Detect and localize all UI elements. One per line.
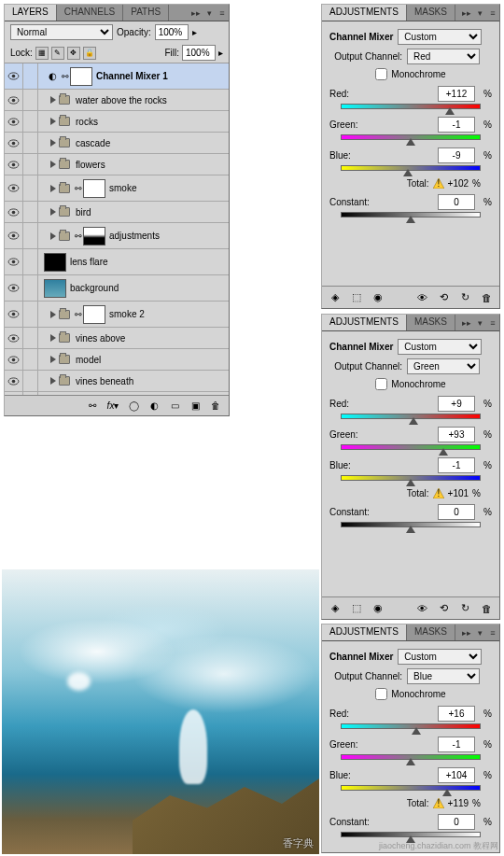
disclosure-icon[interactable] bbox=[50, 161, 56, 168]
group-icon[interactable]: ▭ bbox=[167, 399, 182, 414]
disclosure-icon[interactable] bbox=[50, 96, 56, 104]
visibility-icon[interactable] bbox=[5, 133, 23, 153]
slider-handle[interactable] bbox=[406, 138, 415, 146]
slider-track[interactable] bbox=[341, 723, 481, 731]
slider-track[interactable] bbox=[341, 785, 481, 793]
disclosure-icon[interactable] bbox=[50, 232, 56, 240]
disclosure-icon[interactable] bbox=[50, 311, 56, 318]
fill-input[interactable] bbox=[182, 45, 216, 61]
reset-icon[interactable]: ↻ bbox=[458, 601, 472, 615]
return-icon[interactable]: ◈ bbox=[328, 601, 342, 615]
disclosure-icon[interactable] bbox=[50, 334, 56, 342]
expand-icon[interactable]: ⬚ bbox=[349, 290, 363, 304]
fill-flyout-icon[interactable]: ▸ bbox=[218, 48, 223, 58]
tab-masks[interactable]: MASKS bbox=[407, 315, 455, 330]
visibility-icon[interactable] bbox=[5, 302, 23, 327]
new-layer-icon[interactable]: ▣ bbox=[188, 399, 203, 414]
collapse-icon[interactable]: ▸▸ bbox=[460, 7, 473, 20]
slider-value-input[interactable] bbox=[438, 737, 475, 752]
clip-icon[interactable]: ◉ bbox=[371, 290, 385, 304]
layer-name[interactable]: vines above bbox=[74, 333, 125, 344]
layer-name[interactable]: background bbox=[68, 283, 119, 293]
slider-track[interactable] bbox=[341, 475, 481, 483]
tab-adjustments[interactable]: ADJUSTMENTS bbox=[322, 315, 407, 330]
slider-value-input[interactable] bbox=[438, 767, 475, 783]
blend-mode-select[interactable]: Normal bbox=[10, 24, 113, 40]
menu-icon[interactable]: ≡ bbox=[216, 7, 229, 20]
tab-layers[interactable]: LAYERS bbox=[5, 5, 57, 21]
slider-value-input[interactable] bbox=[438, 86, 475, 102]
slider-value-input[interactable] bbox=[438, 706, 475, 722]
layer-row[interactable]: ⚯smoke bbox=[5, 175, 229, 202]
layer-name[interactable]: vines beneath bbox=[74, 376, 133, 386]
tab-paths[interactable]: PATHS bbox=[123, 5, 169, 21]
layer-name[interactable]: adjustments bbox=[107, 231, 160, 241]
tab-adjustments[interactable]: ADJUSTMENTS bbox=[322, 5, 407, 21]
slider-track[interactable] bbox=[341, 104, 481, 111]
slider-track[interactable] bbox=[341, 134, 481, 142]
tab-masks[interactable]: MASKS bbox=[407, 624, 455, 640]
output-channel-select[interactable]: Blue bbox=[407, 668, 480, 684]
minimize-icon[interactable]: ▾ bbox=[473, 626, 486, 639]
slider-handle[interactable] bbox=[403, 169, 413, 176]
menu-icon[interactable]: ≡ bbox=[486, 7, 499, 20]
visibility-icon[interactable] bbox=[5, 154, 23, 175]
minimize-icon[interactable]: ▾ bbox=[473, 7, 486, 20]
layer-name[interactable]: model bbox=[74, 355, 101, 365]
mask-thumb[interactable] bbox=[83, 179, 105, 198]
prev-icon[interactable]: ⟲ bbox=[437, 290, 451, 304]
slider-value-input[interactable] bbox=[438, 117, 475, 133]
monochrome-checkbox[interactable] bbox=[375, 688, 387, 700]
slider-handle[interactable] bbox=[442, 789, 452, 796]
lock-all-icon[interactable]: 🔒 bbox=[83, 47, 96, 60]
slider-value-input[interactable] bbox=[438, 504, 475, 520]
slider-track[interactable] bbox=[341, 522, 481, 529]
disclosure-icon[interactable] bbox=[50, 118, 56, 125]
menu-icon[interactable]: ≡ bbox=[486, 626, 499, 639]
collapse-icon[interactable]: ▸▸ bbox=[460, 626, 473, 639]
menu-icon[interactable]: ≡ bbox=[486, 316, 499, 330]
trash-icon[interactable]: 🗑 bbox=[480, 601, 494, 615]
slider-handle[interactable] bbox=[412, 727, 421, 735]
layer-name[interactable]: flowers bbox=[74, 160, 105, 170]
slider-track[interactable] bbox=[341, 444, 481, 452]
disclosure-icon[interactable] bbox=[50, 139, 56, 147]
layer-thumb[interactable] bbox=[44, 279, 66, 298]
link-layers-icon[interactable]: ⚯ bbox=[85, 399, 100, 414]
visibility-icon[interactable] bbox=[5, 175, 23, 201]
tab-channels[interactable]: CHANNELS bbox=[57, 5, 123, 21]
layer-row[interactable]: background bbox=[5, 275, 229, 302]
visibility-icon[interactable] bbox=[5, 202, 23, 222]
slider-handle[interactable] bbox=[406, 216, 415, 223]
visibility-icon[interactable] bbox=[5, 111, 23, 132]
slider-handle[interactable] bbox=[445, 107, 455, 115]
layer-row[interactable]: vines beneath bbox=[5, 371, 229, 392]
clip-icon[interactable]: ◉ bbox=[371, 601, 385, 615]
layer-row[interactable]: bird bbox=[5, 202, 229, 223]
preset-select[interactable]: Custom bbox=[398, 649, 482, 665]
slider-value-input[interactable] bbox=[438, 427, 475, 442]
slider-track[interactable] bbox=[341, 212, 481, 219]
layer-name[interactable]: smoke 2 bbox=[107, 309, 145, 319]
output-channel-select[interactable]: Green bbox=[407, 358, 480, 374]
disclosure-icon[interactable] bbox=[50, 377, 56, 385]
disclosure-icon[interactable] bbox=[50, 208, 56, 216]
slider-handle[interactable] bbox=[406, 758, 415, 765]
output-channel-select[interactable]: Red bbox=[407, 49, 480, 64]
minimize-icon[interactable]: ▾ bbox=[473, 316, 486, 330]
slider-value-input[interactable] bbox=[438, 194, 475, 210]
visibility-icon[interactable] bbox=[5, 328, 23, 348]
layer-row[interactable]: ⚯adjustments bbox=[5, 223, 229, 249]
visibility-icon[interactable] bbox=[5, 275, 23, 301]
visibility-icon[interactable] bbox=[5, 90, 23, 110]
slider-track[interactable] bbox=[341, 832, 481, 839]
minimize-icon[interactable]: ▾ bbox=[203, 7, 216, 20]
layer-row[interactable]: flowers bbox=[5, 154, 229, 175]
adjustment-icon[interactable]: ◐ bbox=[147, 399, 161, 414]
layer-row[interactable]: lens flare bbox=[5, 249, 229, 275]
opacity-flyout-icon[interactable]: ▸ bbox=[192, 27, 197, 37]
lock-trans-icon[interactable]: ▦ bbox=[35, 47, 49, 60]
visibility-icon[interactable] bbox=[5, 349, 23, 370]
visibility-icon[interactable] bbox=[5, 249, 23, 274]
slider-track[interactable] bbox=[341, 414, 481, 421]
